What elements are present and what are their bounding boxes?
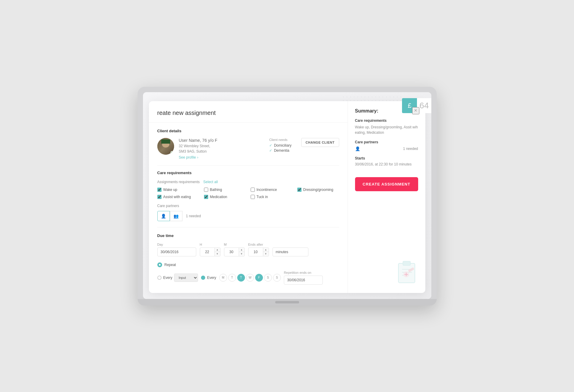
summary-partners-title: Care partners (355, 140, 418, 144)
every-radio-2[interactable] (201, 276, 205, 280)
clipboard-illustration (395, 259, 419, 287)
checkbox-incontinence-input[interactable] (251, 188, 255, 192)
summary-starts-title: Starts (355, 156, 418, 160)
due-time-section: Due time Day H ▲ (157, 227, 339, 285)
minute-up-arrow[interactable]: ▲ (239, 248, 244, 252)
checkbox-incontinence[interactable]: Incontinence (251, 188, 293, 192)
minute-down-arrow[interactable]: ▼ (239, 252, 244, 256)
minute-input[interactable] (224, 247, 239, 256)
modal-title: reate new assignment (157, 110, 216, 116)
repeat-toggle: Repeat (157, 262, 339, 267)
ends-after-arrows: ▲ ▼ (263, 247, 269, 256)
day-btn-w[interactable]: W (246, 274, 254, 282)
check-icon-2: ✓ (269, 148, 272, 153)
checkbox-eating-input[interactable] (157, 195, 162, 199)
ends-after-label: Ends after (248, 243, 269, 246)
checkbox-wake-up[interactable]: Wake up (157, 188, 199, 192)
partners-icon-row: 👤 (355, 146, 360, 151)
laptop-frame: reate new assignment Client details (138, 87, 437, 306)
checkbox-bathing-input[interactable] (204, 188, 208, 192)
day-btn-s1[interactable]: S (264, 274, 272, 282)
every-select-1[interactable]: Input Day Week (174, 274, 198, 282)
day-btn-f[interactable]: F (255, 274, 263, 282)
time-fields-row: Day H ▲ ▼ (157, 243, 339, 256)
day-buttons-row: M T T W F S S (219, 274, 281, 282)
ends-after-stepper: ▲ ▼ (248, 247, 269, 256)
unit-select[interactable]: minutes hours (272, 247, 308, 256)
client-section-title: Client details (157, 129, 339, 133)
modal-left-panel: reate new assignment Client details (149, 101, 348, 293)
ends-after-down-arrow[interactable]: ▼ (263, 252, 269, 256)
modal-container: reate new assignment Client details (149, 101, 425, 293)
checkbox-medication-input[interactable] (204, 195, 208, 199)
close-modal-button[interactable]: × (412, 107, 419, 114)
summary-starts-info: 30/06/2016, at 22:30 for 10 minutes (355, 162, 418, 166)
hour-label: H (200, 243, 220, 246)
hour-down-arrow[interactable]: ▼ (215, 252, 220, 256)
person-icon: 👤 (355, 146, 360, 151)
create-assignment-button[interactable]: CREATE ASSIGNMENT (355, 177, 418, 191)
single-partner-button[interactable]: 👤 (157, 211, 170, 221)
assignments-req-label: Assignments requirements (157, 180, 200, 184)
checkbox-dressing-input[interactable] (297, 188, 302, 192)
hour-input[interactable] (200, 247, 215, 256)
need-dementia: ✓ Dementia (269, 148, 292, 153)
partners-selector: 👤 👥 1 needed (157, 211, 339, 221)
repeat-label: Repeat (165, 263, 176, 267)
repetition-ends-input[interactable] (284, 276, 323, 285)
chevron-right-icon: › (197, 155, 198, 159)
select-all-link[interactable]: Select all (203, 180, 218, 184)
change-client-button[interactable]: CHANGE CLIENT (301, 138, 339, 147)
need-domiciliary: ✓ Domiciliary (269, 143, 292, 148)
summary-partners-count: 1 needed (403, 146, 418, 151)
header-divider (149, 122, 348, 123)
checkbox-tuck-in-input[interactable] (251, 195, 255, 199)
client-avatar (157, 138, 174, 155)
hour-arrows: ▲ ▼ (215, 247, 220, 256)
modal-header: reate new assignment (157, 110, 339, 116)
day-input[interactable] (157, 247, 196, 256)
client-needs-title: Client needs (269, 138, 292, 142)
avatar-status-indicator (170, 151, 173, 154)
checkbox-dressing[interactable]: Dressing/grooming (297, 188, 339, 192)
multi-person-icon: 👥 (173, 214, 179, 218)
multi-partner-button[interactable]: 👥 (170, 211, 182, 221)
day-btn-t2[interactable]: T (237, 274, 245, 282)
every-radio-1[interactable] (157, 276, 162, 280)
repetition-ends-label: Repetition ends on (284, 271, 323, 274)
summary-partners-section: Care partners 👤 1 needed (355, 140, 418, 151)
checkbox-wake-up-input[interactable] (157, 188, 162, 192)
assignments-req-header: Assignments requirements Select all (157, 180, 339, 184)
client-info-row: User Name, 76 y/o F 32 Wembley Street, S… (157, 138, 339, 159)
checkbox-medication[interactable]: Medication (204, 195, 246, 199)
client-text-details: User Name, 76 y/o F 32 Wembley Street, S… (179, 138, 264, 159)
screen-background: reate new assignment Client details (143, 92, 431, 299)
minute-field-group: M ▲ ▼ (224, 243, 245, 256)
repetition-ends-group: Repetition ends on (284, 271, 323, 285)
summary-panel: £ 64 Summary: Care requirements Wake up,… (348, 101, 425, 293)
svg-rect-1 (403, 261, 410, 265)
ends-after-input[interactable] (248, 247, 263, 256)
see-profile-link[interactable]: See profile › (179, 155, 264, 159)
minute-arrows: ▲ ▼ (239, 247, 245, 256)
summary-care-req-text: Wake up, Dressing/groomling, Assit wih e… (355, 124, 418, 135)
day-btn-m[interactable]: M (219, 274, 227, 282)
checkbox-tuck-in[interactable]: Tuck in (251, 195, 293, 199)
client-name: User Name, 76 y/o F (179, 138, 264, 143)
every-input-group-1: Every Input Day Week (157, 274, 198, 282)
day-btn-t1[interactable]: T (228, 274, 236, 282)
day-btn-s2[interactable]: S (273, 274, 281, 282)
ends-after-up-arrow[interactable]: ▲ (263, 248, 269, 252)
hour-field-group: H ▲ ▼ (200, 243, 220, 256)
check-icon: ✓ (269, 143, 272, 148)
laptop-base (138, 299, 437, 306)
minute-stepper: ▲ ▼ (224, 247, 245, 256)
hour-up-arrow[interactable]: ▲ (215, 248, 220, 252)
repeat-radio[interactable] (157, 262, 162, 267)
care-partners-label: Care partners (157, 204, 339, 208)
summary-care-req-section: Care requirements Wake up, Dressing/groo… (355, 118, 418, 135)
checkbox-bathing[interactable]: Bathing (204, 188, 246, 192)
laptop-screen: reate new assignment Client details (143, 92, 431, 299)
repeat-options-row: Every Input Day Week Every (157, 271, 339, 285)
checkbox-eating[interactable]: Assist with eating (157, 195, 199, 199)
